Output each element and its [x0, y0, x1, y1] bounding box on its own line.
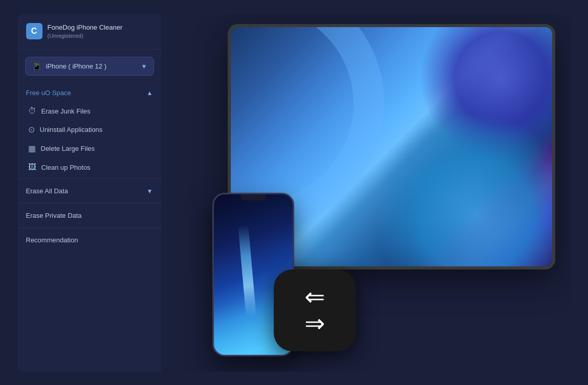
recommendation-label: Recommendation: [26, 236, 78, 244]
app-logo: C: [26, 23, 42, 39]
erase-all-data-item[interactable]: Erase All Data ▼: [18, 181, 161, 201]
files-icon: ▦: [28, 144, 36, 153]
divider-3: [18, 228, 161, 228]
devices-scene: ⇐ ⇒: [161, 14, 571, 372]
free-up-space-header[interactable]: Free uO Space ▲: [18, 84, 161, 102]
sidebar-header: C FoneDog iPhone Cleaner (Unregistered): [18, 14, 161, 50]
device-selector[interactable]: 📱 iPhone ( iPhone 12 ) ▼: [25, 57, 154, 76]
free-up-space-title: Free uO Space: [26, 89, 71, 97]
chevron-down-icon-2: ▼: [147, 188, 153, 195]
recommendation-item[interactable]: Recommendation: [18, 230, 161, 250]
phone-light-streak: [238, 224, 256, 317]
divider-2: [18, 203, 161, 203]
free-up-space-items: ⏱ Erase Junk Files ⊙ Uninstall Applicati…: [18, 102, 161, 176]
tablet-decoration-2: [373, 113, 552, 266]
main-content: ⇐ ⇒: [161, 14, 571, 372]
transfer-icon-block: ⇐ ⇒: [274, 269, 356, 351]
phone-notch: [241, 194, 266, 200]
uninstall-applications-item[interactable]: ⊙ Uninstall Applications: [23, 120, 156, 139]
app-subtitle: (Unregistered): [48, 32, 123, 40]
divider-1: [18, 178, 161, 179]
phone-icon: 📱: [32, 61, 42, 71]
clean-up-photos-label: Clean up Photos: [41, 164, 91, 171]
erase-private-data-label: Erase Private Data: [26, 212, 82, 219]
app-title: FoneDog iPhone Cleaner: [48, 23, 123, 32]
delete-large-files-label: Delete Large Files: [41, 145, 95, 152]
transfer-arrows: ⇐ ⇒: [304, 285, 325, 336]
clean-up-photos-item[interactable]: 🖼 Clean up Photos: [23, 158, 156, 176]
chevron-up-icon: ▲: [147, 89, 153, 97]
chevron-down-icon: ▼: [141, 63, 147, 70]
device-label: iPhone ( iPhone 12 ): [46, 62, 137, 70]
erase-junk-files-item[interactable]: ⏱ Erase Junk Files: [23, 102, 156, 120]
photos-icon: 🖼: [28, 163, 36, 172]
app-container: C FoneDog iPhone Cleaner (Unregistered) …: [18, 14, 571, 372]
erase-junk-files-label: Erase Junk Files: [41, 107, 91, 115]
app-title-block: FoneDog iPhone Cleaner (Unregistered): [48, 23, 123, 40]
delete-large-files-item[interactable]: ▦ Delete Large Files: [23, 139, 156, 158]
erase-all-data-label: Erase All Data: [26, 187, 68, 195]
apps-icon: ⊙: [28, 125, 35, 134]
free-up-space-section: Free uO Space ▲ ⏱ Erase Junk Files ⊙ Uni…: [18, 84, 161, 176]
clock-icon: ⏱: [28, 106, 36, 116]
erase-private-data-item[interactable]: Erase Private Data: [18, 206, 161, 225]
uninstall-applications-label: Uninstall Applications: [40, 126, 103, 133]
sidebar: C FoneDog iPhone Cleaner (Unregistered) …: [18, 14, 161, 372]
